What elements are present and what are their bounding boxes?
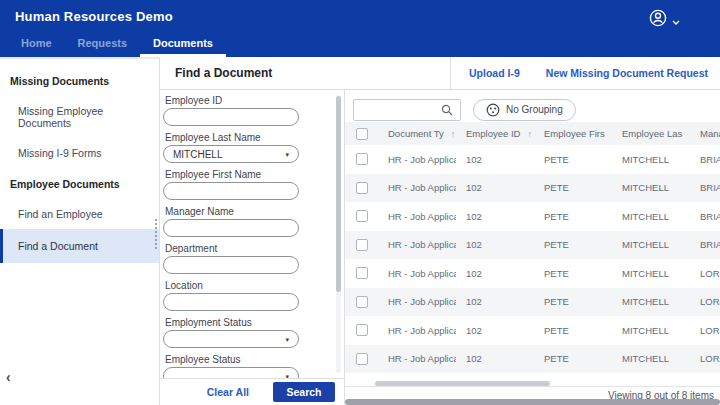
table-header-row: Document Ty ↑ Employee ID ↑ Employee Fir… <box>345 122 720 145</box>
cell-employee-id: 102 <box>456 154 534 165</box>
new-missing-document-request-link[interactable]: New Missing Document Request <box>546 67 708 79</box>
table-row[interactable]: HR - Job Applica... 102 PETE MITCHELL BR… <box>345 145 720 174</box>
search-button[interactable]: Search <box>273 382 335 402</box>
row-checkbox[interactable] <box>356 182 368 194</box>
cell-document-type: HR - Job Applica... <box>378 325 456 336</box>
account-menu[interactable] <box>649 9 680 31</box>
cell-first-name: PETE <box>534 268 612 279</box>
sidebar-header-missing-documents: Missing Documents <box>0 65 159 96</box>
form-footer: Clear All Search <box>160 378 344 405</box>
sidebar-item-missing-i9-forms[interactable]: Missing I-9 Forms <box>0 138 159 168</box>
table-row[interactable]: HR - Job Applica... 102 PETE MITCHELL LO… <box>345 259 720 288</box>
employee-id-input[interactable] <box>163 108 299 126</box>
cell-last-name: MITCHELL <box>612 239 690 250</box>
row-checkbox[interactable] <box>356 239 368 251</box>
cell-last-name: MITCHELL <box>612 154 690 165</box>
table-search-input[interactable] <box>354 100 441 120</box>
cell-manager: BRIAN FL <box>690 182 720 193</box>
employee-last-name-select[interactable]: MITCHELL ▾ <box>163 145 299 163</box>
table-row[interactable]: HR - Job Applica... 102 PETE MITCHELL LO… <box>345 316 720 345</box>
tab-requests[interactable]: Requests <box>65 32 141 57</box>
column-header-employee-id[interactable]: Employee ID ↑ <box>456 128 534 139</box>
cell-employee-id: 102 <box>456 353 534 364</box>
employee-first-name-input[interactable] <box>163 182 299 200</box>
table-row[interactable]: HR - Job Applica... 102 PETE MITCHELL BR… <box>345 231 720 260</box>
search-form-panel: Employee ID Employee Last Name MITCHELL … <box>160 90 345 405</box>
cell-document-type: HR - Job Applica... <box>378 182 456 193</box>
column-header-document-type[interactable]: Document Ty ↑ <box>378 128 456 139</box>
field-label-employment-status: Employment Status <box>165 317 330 328</box>
table-footer-divider <box>345 386 720 387</box>
cell-manager: LOREM IP <box>690 353 720 364</box>
table-row[interactable]: HR - Job Applica... 102 PETE MITCHELL BR… <box>345 202 720 231</box>
chevron-down-icon <box>672 11 680 29</box>
tab-documents[interactable]: Documents <box>140 32 226 57</box>
employment-status-select[interactable]: ▾ <box>163 330 299 348</box>
field-label-employee-first-name: Employee First Name <box>165 169 330 180</box>
field-label-employee-id: Employee ID <box>165 95 330 106</box>
upload-i9-link[interactable]: Upload I-9 <box>469 67 520 79</box>
cell-manager: LOREM IP <box>690 296 720 307</box>
window-horizontal-scrollbar[interactable] <box>345 399 720 405</box>
department-input[interactable] <box>163 256 299 274</box>
cell-manager: LOREM IP <box>690 268 720 279</box>
row-checkbox[interactable] <box>356 153 368 165</box>
row-checkbox[interactable] <box>356 324 368 336</box>
cell-document-type: HR - Job Applica... <box>378 296 456 307</box>
column-header-employee-last-name[interactable]: Employee Las ↑ <box>612 128 690 139</box>
table-search-box <box>353 99 461 121</box>
table-body: HR - Job Applica... 102 PETE MITCHELL BR… <box>345 145 720 373</box>
table-row[interactable]: HR - Job Applica... 102 PETE MITCHELL LO… <box>345 288 720 317</box>
table-row[interactable]: HR - Job Applica... 102 PETE MITCHELL BR… <box>345 174 720 203</box>
sort-asc-icon: ↑ <box>527 129 532 139</box>
column-header-manager-name[interactable]: Manager N <box>690 128 720 139</box>
sidebar-item-missing-employee-documents[interactable]: Missing Employee Documents <box>0 96 159 138</box>
row-checkbox[interactable] <box>356 353 368 365</box>
grouping-icon <box>486 103 500 117</box>
cell-manager: BRIAN FL <box>690 154 720 165</box>
collapse-sidebar-button[interactable]: ‹ <box>6 369 11 385</box>
sidebar-item-find-a-document[interactable]: Find a Document <box>0 229 159 263</box>
no-grouping-button[interactable]: No Grouping <box>473 99 576 121</box>
caret-down-icon: ▾ <box>285 151 289 158</box>
cell-document-type: HR - Job Applica... <box>378 268 456 279</box>
select-all-checkbox[interactable] <box>356 128 368 140</box>
cell-manager: BRIAN FL <box>690 211 720 222</box>
table-toolbar: No Grouping <box>345 90 720 122</box>
cell-last-name: MITCHELL <box>612 182 690 193</box>
cell-document-type: HR - Job Applica... <box>378 239 456 250</box>
cell-first-name: PETE <box>534 154 612 165</box>
panel-header: Find a Document Upload I-9 New Missing D… <box>160 57 720 90</box>
cell-employee-id: 102 <box>456 325 534 336</box>
cell-document-type: HR - Job Applica... <box>378 353 456 364</box>
cell-first-name: PETE <box>534 353 612 364</box>
field-label-manager-name: Manager Name <box>165 206 330 217</box>
sidebar-header-employee-documents: Employee Documents <box>0 168 159 199</box>
table-row[interactable]: HR - Job Applica... 102 PETE MITCHELL LO… <box>345 345 720 374</box>
cell-document-type: HR - Job Applica... <box>378 211 456 222</box>
cell-first-name: PETE <box>534 211 612 222</box>
form-scrollbar-thumb[interactable] <box>336 96 341 292</box>
panel-resize-handle[interactable] <box>153 219 159 249</box>
tab-home[interactable]: Home <box>8 32 65 57</box>
cell-last-name: MITCHELL <box>612 296 690 307</box>
row-checkbox[interactable] <box>356 267 368 279</box>
row-checkbox[interactable] <box>356 210 368 222</box>
panel-actions: Upload I-9 New Missing Document Request <box>450 57 720 89</box>
location-input[interactable] <box>163 293 299 311</box>
cell-first-name: PETE <box>534 239 612 250</box>
sidebar-item-find-an-employee[interactable]: Find an Employee <box>0 199 159 229</box>
manager-name-input[interactable] <box>163 219 299 237</box>
row-checkbox[interactable] <box>356 296 368 308</box>
cell-last-name: MITCHELL <box>612 268 690 279</box>
employee-status-select[interactable]: ▾ <box>163 367 299 378</box>
clear-all-button[interactable]: Clear All <box>207 386 249 398</box>
cell-employee-id: 102 <box>456 182 534 193</box>
cell-last-name: MITCHELL <box>612 325 690 336</box>
column-header-employee-first-name[interactable]: Employee Firs ↑ <box>534 128 612 139</box>
field-label-location: Location <box>165 280 330 291</box>
cell-first-name: PETE <box>534 182 612 193</box>
field-label-department: Department <box>165 243 330 254</box>
search-icon <box>441 104 453 116</box>
tab-bar: Home Requests Documents <box>0 32 720 57</box>
